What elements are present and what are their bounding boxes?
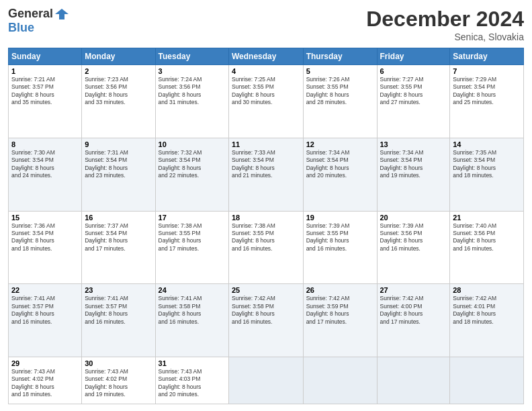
calendar-cell: 29Sunrise: 7:43 AMSunset: 4:02 PMDayligh… <box>9 357 82 404</box>
calendar-cell: 2Sunrise: 7:23 AMSunset: 3:56 PMDaylight… <box>82 65 155 138</box>
day-info: Sunrise: 7:24 AMSunset: 3:56 PMDaylight:… <box>159 76 226 107</box>
day-number: 8 <box>11 140 79 148</box>
day-number: 23 <box>85 286 152 294</box>
day-number: 26 <box>306 286 374 294</box>
day-info: Sunrise: 7:31 AMSunset: 3:54 PMDaylight:… <box>85 149 152 180</box>
calendar-week-row: 8Sunrise: 7:30 AMSunset: 3:54 PMDaylight… <box>9 138 524 211</box>
day-header-wednesday: Wednesday <box>229 48 304 65</box>
day-info: Sunrise: 7:34 AMSunset: 3:54 PMDaylight:… <box>306 149 374 180</box>
calendar-cell: 22Sunrise: 7:41 AMSunset: 3:57 PMDayligh… <box>9 284 82 357</box>
logo: General Blue <box>8 7 69 35</box>
logo-general-text: General <box>8 7 53 21</box>
calendar-cell: 21Sunrise: 7:40 AMSunset: 3:56 PMDayligh… <box>450 211 524 284</box>
calendar-cell: 4Sunrise: 7:25 AMSunset: 3:55 PMDaylight… <box>229 65 304 138</box>
day-number: 31 <box>159 359 226 367</box>
day-info: Sunrise: 7:33 AMSunset: 3:54 PMDaylight:… <box>232 149 300 180</box>
day-number: 27 <box>380 286 447 294</box>
calendar-cell: 10Sunrise: 7:32 AMSunset: 3:54 PMDayligh… <box>155 138 228 211</box>
day-number: 16 <box>85 214 152 222</box>
calendar-cell: 13Sunrise: 7:34 AMSunset: 3:54 PMDayligh… <box>377 138 450 211</box>
day-info: Sunrise: 7:26 AMSunset: 3:55 PMDaylight:… <box>306 76 374 107</box>
day-number: 22 <box>11 286 79 294</box>
day-info: Sunrise: 7:43 AMSunset: 4:03 PMDaylight:… <box>159 368 226 399</box>
day-info: Sunrise: 7:41 AMSunset: 3:58 PMDaylight:… <box>159 295 226 326</box>
calendar-cell: 23Sunrise: 7:41 AMSunset: 3:57 PMDayligh… <box>82 284 155 357</box>
calendar-cell: 5Sunrise: 7:26 AMSunset: 3:55 PMDaylight… <box>303 65 377 138</box>
title-block: December 2024 Senica, Slovakia <box>366 7 524 42</box>
calendar-week-row: 22Sunrise: 7:41 AMSunset: 3:57 PMDayligh… <box>9 284 524 357</box>
day-number: 15 <box>11 214 79 222</box>
calendar-cell: 12Sunrise: 7:34 AMSunset: 3:54 PMDayligh… <box>303 138 377 211</box>
day-number: 13 <box>380 140 447 148</box>
day-info: Sunrise: 7:43 AMSunset: 4:02 PMDaylight:… <box>85 368 152 399</box>
day-number: 20 <box>380 214 447 222</box>
calendar-cell: 8Sunrise: 7:30 AMSunset: 3:54 PMDaylight… <box>9 138 82 211</box>
day-info: Sunrise: 7:38 AMSunset: 3:55 PMDaylight:… <box>232 222 300 253</box>
calendar-cell: 31Sunrise: 7:43 AMSunset: 4:03 PMDayligh… <box>155 357 228 404</box>
calendar-cell: 27Sunrise: 7:42 AMSunset: 4:00 PMDayligh… <box>377 284 450 357</box>
day-header-monday: Monday <box>82 48 155 65</box>
day-info: Sunrise: 7:34 AMSunset: 3:54 PMDaylight:… <box>380 149 447 180</box>
day-number: 30 <box>85 359 152 367</box>
calendar-week-row: 1Sunrise: 7:21 AMSunset: 3:57 PMDaylight… <box>9 65 524 138</box>
day-number: 24 <box>159 286 226 294</box>
calendar-cell: 17Sunrise: 7:38 AMSunset: 3:55 PMDayligh… <box>155 211 228 284</box>
calendar-cell: 15Sunrise: 7:36 AMSunset: 3:54 PMDayligh… <box>9 211 82 284</box>
day-info: Sunrise: 7:42 AMSunset: 3:59 PMDaylight:… <box>306 295 374 326</box>
day-info: Sunrise: 7:41 AMSunset: 3:57 PMDaylight:… <box>85 295 152 326</box>
calendar-cell <box>229 357 304 404</box>
header: General Blue December 2024 Senica, Slova… <box>8 7 524 42</box>
day-info: Sunrise: 7:37 AMSunset: 3:54 PMDaylight:… <box>85 222 152 253</box>
day-info: Sunrise: 7:39 AMSunset: 3:56 PMDaylight:… <box>380 222 447 253</box>
svg-marker-0 <box>55 9 69 19</box>
day-number: 5 <box>306 67 374 75</box>
day-info: Sunrise: 7:23 AMSunset: 3:56 PMDaylight:… <box>85 76 152 107</box>
day-number: 11 <box>232 140 300 148</box>
calendar-cell: 1Sunrise: 7:21 AMSunset: 3:57 PMDaylight… <box>9 65 82 138</box>
calendar-cell: 25Sunrise: 7:42 AMSunset: 3:58 PMDayligh… <box>229 284 304 357</box>
day-info: Sunrise: 7:42 AMSunset: 3:58 PMDaylight:… <box>232 295 300 326</box>
calendar-cell: 24Sunrise: 7:41 AMSunset: 3:58 PMDayligh… <box>155 284 228 357</box>
logo-bird-icon <box>55 7 69 21</box>
day-info: Sunrise: 7:35 AMSunset: 3:54 PMDaylight:… <box>453 149 521 180</box>
day-header-saturday: Saturday <box>450 48 524 65</box>
day-info: Sunrise: 7:29 AMSunset: 3:54 PMDaylight:… <box>453 76 521 107</box>
calendar-header-row: SundayMondayTuesdayWednesdayThursdayFrid… <box>9 48 524 65</box>
day-number: 28 <box>453 286 521 294</box>
day-info: Sunrise: 7:39 AMSunset: 3:55 PMDaylight:… <box>306 222 374 253</box>
day-number: 29 <box>11 359 79 367</box>
calendar-cell: 19Sunrise: 7:39 AMSunset: 3:55 PMDayligh… <box>303 211 377 284</box>
day-number: 19 <box>306 214 374 222</box>
day-number: 18 <box>232 214 300 222</box>
day-info: Sunrise: 7:40 AMSunset: 3:56 PMDaylight:… <box>453 222 521 253</box>
day-info: Sunrise: 7:41 AMSunset: 3:57 PMDaylight:… <box>11 295 79 326</box>
calendar-week-row: 29Sunrise: 7:43 AMSunset: 4:02 PMDayligh… <box>9 357 524 404</box>
calendar-cell <box>377 357 450 404</box>
calendar-cell: 3Sunrise: 7:24 AMSunset: 3:56 PMDaylight… <box>155 65 228 138</box>
day-number: 6 <box>380 67 447 75</box>
calendar-cell: 16Sunrise: 7:37 AMSunset: 3:54 PMDayligh… <box>82 211 155 284</box>
day-number: 3 <box>159 67 226 75</box>
day-number: 14 <box>453 140 521 148</box>
day-number: 7 <box>453 67 521 75</box>
calendar-cell: 14Sunrise: 7:35 AMSunset: 3:54 PMDayligh… <box>450 138 524 211</box>
calendar-cell: 30Sunrise: 7:43 AMSunset: 4:02 PMDayligh… <box>82 357 155 404</box>
day-number: 2 <box>85 67 152 75</box>
calendar-cell <box>450 357 524 404</box>
day-info: Sunrise: 7:42 AMSunset: 4:01 PMDaylight:… <box>453 295 521 326</box>
page: General Blue December 2024 Senica, Slova… <box>0 0 532 411</box>
calendar-cell: 18Sunrise: 7:38 AMSunset: 3:55 PMDayligh… <box>229 211 304 284</box>
day-info: Sunrise: 7:27 AMSunset: 3:55 PMDaylight:… <box>380 76 447 107</box>
calendar-cell: 20Sunrise: 7:39 AMSunset: 3:56 PMDayligh… <box>377 211 450 284</box>
day-info: Sunrise: 7:43 AMSunset: 4:02 PMDaylight:… <box>11 368 79 399</box>
day-number: 25 <box>232 286 300 294</box>
calendar-week-row: 15Sunrise: 7:36 AMSunset: 3:54 PMDayligh… <box>9 211 524 284</box>
calendar-cell: 6Sunrise: 7:27 AMSunset: 3:55 PMDaylight… <box>377 65 450 138</box>
day-header-tuesday: Tuesday <box>155 48 228 65</box>
calendar-cell: 9Sunrise: 7:31 AMSunset: 3:54 PMDaylight… <box>82 138 155 211</box>
day-info: Sunrise: 7:42 AMSunset: 4:00 PMDaylight:… <box>380 295 447 326</box>
logo-blue-text: Blue <box>8 21 34 35</box>
day-info: Sunrise: 7:36 AMSunset: 3:54 PMDaylight:… <box>11 222 79 253</box>
day-info: Sunrise: 7:30 AMSunset: 3:54 PMDaylight:… <box>11 149 79 180</box>
calendar-cell <box>303 357 377 404</box>
